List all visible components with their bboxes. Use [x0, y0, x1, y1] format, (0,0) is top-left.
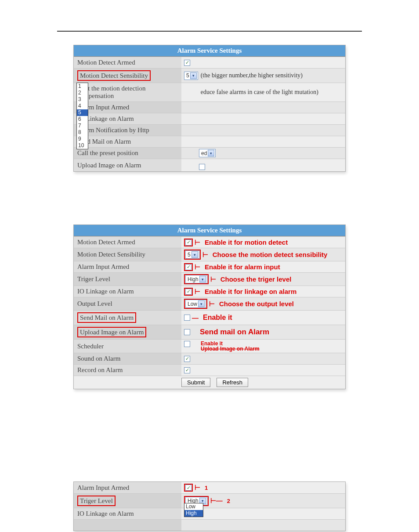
- anno-connector: ⊢: [202, 251, 208, 259]
- label-cut-off: [74, 520, 181, 531]
- label-upload-image: Upload Image on Alarm: [74, 159, 181, 171]
- label-output-level: Output Level: [74, 297, 181, 310]
- label-alarm-http: Alarm Notification by Http: [74, 125, 181, 136]
- label-send-mail: Send Mail on Alarm: [74, 136, 181, 147]
- label-scheduler: Scheduler: [74, 340, 181, 353]
- sensibility-select[interactable]: 5: [184, 72, 198, 80]
- sensibility-option[interactable]: 10: [77, 142, 88, 149]
- panel1-title: Alarm Service Settings: [74, 45, 345, 57]
- anno-motion-detect: Enable it for motion detect: [205, 239, 288, 246]
- anno-connector: ⊢: [195, 263, 200, 271]
- alarm-settings-panel-1: Alarm Service Settings Motion Detect Arm…: [73, 45, 346, 172]
- alarm-input-checkbox[interactable]: [185, 485, 191, 491]
- anno-num-2: 2: [227, 498, 230, 504]
- trigger-level-dropdown[interactable]: Low High: [184, 503, 203, 517]
- anno-upload-big: Send mail on Alarm: [200, 328, 269, 337]
- panel2-title: Alarm Service Settings: [74, 225, 345, 236]
- sensibility-option[interactable]: 4: [77, 103, 88, 109]
- trigger-option-low[interactable]: Low: [184, 503, 203, 510]
- label-motion-detect-sensibility: Motion Detect Sensibility: [74, 69, 181, 83]
- refresh-button[interactable]: Refresh: [217, 378, 248, 387]
- label-alarm-input-armed: Alarm Input Armed: [74, 261, 181, 272]
- alarm-input-checkbox[interactable]: [185, 264, 191, 270]
- sensibility-option[interactable]: 7: [77, 123, 88, 129]
- sensibility-option[interactable]: 9: [77, 136, 88, 142]
- label-motion-detect-sensibility: Motion Detect Sensibility: [74, 248, 181, 261]
- alarm-settings-panel-3: Alarm Input Armed ⊢ 1 Triger Level High …: [73, 481, 346, 531]
- trigger-option-high[interactable]: High: [184, 510, 203, 517]
- label-call-preset: Call the preset position: [74, 148, 181, 159]
- alarm-settings-panel-2: Alarm Service Settings Motion Detect Arm…: [73, 224, 346, 389]
- anno-sensibility: Choose the motion detect sensibility: [213, 251, 328, 258]
- chevron-down-icon: [208, 150, 214, 156]
- upload-image-checkbox[interactable]: [184, 329, 190, 335]
- upload-image-checkbox[interactable]: [199, 164, 205, 170]
- sensibility-hint: (the bigger number,the higher sensitivit…: [201, 72, 303, 79]
- label-alarm-input-armed: Alarm Input Armed: [74, 482, 181, 493]
- sensibility-option[interactable]: 8: [77, 129, 88, 136]
- label-io-linkage: IO Linkage on Alarm: [74, 113, 181, 124]
- scheduler-checkbox[interactable]: [184, 341, 190, 347]
- sensibility-option[interactable]: 2: [77, 90, 88, 96]
- anno-connector: ⊢—: [210, 497, 223, 505]
- preset-select-partial[interactable]: ed: [199, 149, 216, 157]
- compensation-hint: educe false alarms in case of the light …: [201, 89, 318, 96]
- anno-alarm-input: Enable it for alarm input: [205, 263, 280, 271]
- anno-io-linkage: Enable it for linkage on alarm: [205, 288, 296, 295]
- label-upload-image: Upload Image on Alarm: [74, 325, 181, 339]
- anno-send-mail: Enable it: [203, 314, 232, 322]
- motion-detect-armed-checkbox[interactable]: [185, 239, 191, 246]
- page-top-border: [57, 31, 362, 32]
- label-motion-detect-armed: Motion Detect Armed: [74, 237, 181, 248]
- label-alarm-input-armed: Alarm Input Armed: [74, 102, 181, 113]
- label-triger-level: Triger Level: [74, 273, 181, 286]
- anno-scheduler-2: Upload Image on Alarm: [201, 346, 260, 351]
- submit-button[interactable]: Submit: [181, 378, 210, 387]
- anno-output-level: Choose the output level: [219, 300, 294, 308]
- chevron-down-icon: [191, 251, 198, 258]
- label-io-linkage: IO Linkage on Alarm: [74, 286, 181, 297]
- sensibility-option-selected[interactable]: 5: [77, 109, 88, 116]
- anno-connector: —: [192, 314, 199, 322]
- anno-connector: ⊢: [209, 300, 215, 308]
- sensibility-option[interactable]: 6: [77, 116, 88, 123]
- label-sound-alarm: Sound on Alarm: [74, 353, 181, 364]
- record-alarm-checkbox[interactable]: [184, 367, 190, 373]
- sensibility-option[interactable]: 1: [77, 83, 88, 90]
- motion-detect-armed-checkbox[interactable]: [184, 60, 190, 66]
- sensibility-select[interactable]: 5: [185, 250, 199, 259]
- chevron-down-icon: [199, 276, 206, 282]
- anno-connector: ⊢: [195, 288, 200, 296]
- label-motion-detect-armed: Motion Detect Armed: [74, 57, 181, 68]
- trigger-level-select[interactable]: High: [185, 275, 207, 283]
- chevron-down-icon: [190, 72, 197, 79]
- sound-alarm-checkbox[interactable]: [184, 356, 190, 362]
- label-record-alarm: Record on Alarm: [74, 365, 181, 376]
- output-level-select[interactable]: Low: [185, 300, 206, 308]
- io-linkage-checkbox[interactable]: [185, 289, 191, 295]
- anno-connector: ⊢: [210, 275, 216, 283]
- anno-trigger: Choose the triger level: [220, 275, 292, 283]
- chevron-down-icon: [198, 300, 205, 307]
- label-io-linkage: IO Linkage on Alarm: [74, 508, 181, 519]
- anno-connector: ⊢: [195, 239, 200, 246]
- sensibility-option[interactable]: 3: [77, 96, 88, 103]
- label-motion-compensation: Start the motion detection compensation: [74, 83, 181, 101]
- sensibility-dropdown[interactable]: 1 2 3 4 5 6 7 8 9 10: [76, 83, 88, 149]
- label-send-mail: Send Mail on Alarm: [74, 311, 181, 325]
- anno-connector: ⊢: [195, 484, 200, 492]
- send-mail-checkbox[interactable]: [184, 315, 190, 321]
- anno-num-1: 1: [205, 485, 208, 491]
- label-triger-level: Triger Level: [74, 494, 181, 508]
